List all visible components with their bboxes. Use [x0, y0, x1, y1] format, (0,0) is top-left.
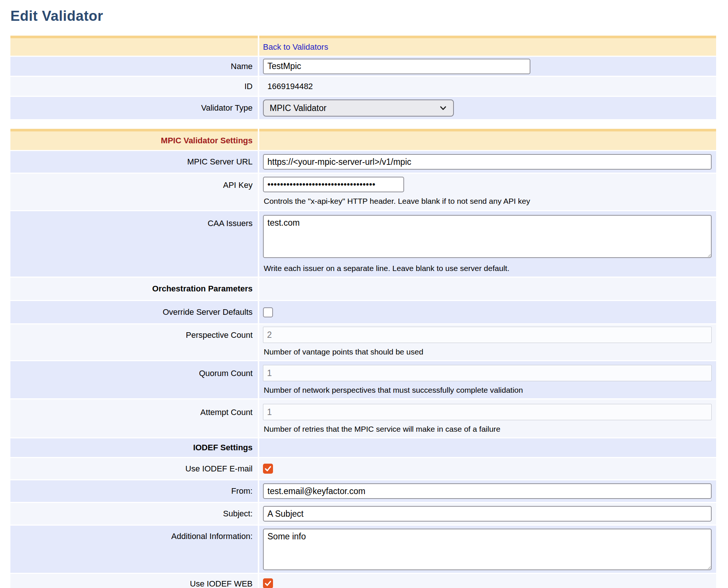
mpic-section-title: MPIC Validator Settings — [161, 136, 253, 145]
page-title: Edit Validator — [10, 8, 728, 24]
id-label: ID — [244, 82, 253, 91]
use-iodef-web-label: Use IODEF WEB — [190, 579, 253, 588]
caa-issuers-textarea[interactable]: test.com — [263, 215, 712, 258]
override-server-defaults-checkbox[interactable] — [263, 307, 273, 317]
perspective-count-help-text: Number of vantage points that should be … — [264, 347, 712, 356]
id-value: 1669194482 — [267, 82, 313, 91]
quorum-count-input — [263, 365, 712, 381]
validator-type-selected-value: MPIC Validator — [270, 103, 326, 113]
from-input[interactable] — [263, 483, 712, 499]
iodef-section-title: IODEF Settings — [193, 443, 253, 452]
attempt-count-label: Attempt Count — [200, 408, 253, 417]
use-iodef-email-checkbox[interactable] — [263, 464, 273, 474]
row-override-server-defaults: Override Server Defaults — [10, 301, 716, 323]
row-use-iodef-web: Use IODEF WEB — [10, 574, 716, 588]
override-server-defaults-label: Override Server Defaults — [163, 307, 253, 317]
row-name: Name — [10, 57, 716, 76]
row-api-key: API Key Controls the "x-api-key" HTTP he… — [10, 174, 716, 210]
mpic-server-url-label: MPIC Server URL — [187, 157, 253, 166]
orchestration-section-title: Orchestration Parameters — [152, 284, 253, 293]
additional-information-textarea[interactable]: Some info — [263, 529, 712, 570]
row-validator-type: Validator Type MPIC Validator — [10, 97, 716, 119]
use-iodef-email-label: Use IODEF E-mail — [185, 464, 253, 473]
use-iodef-web-checkbox[interactable] — [263, 578, 273, 588]
section-header-row: MPIC Validator Settings — [10, 129, 716, 150]
mpic-server-url-input[interactable] — [263, 154, 712, 170]
row-caa-issuers: CAA Issuers test.com Write each issuer o… — [10, 211, 716, 277]
from-label: From: — [231, 486, 253, 496]
row-iodef-header: IODEF Settings — [10, 438, 716, 457]
attempt-count-help-text: Number of retries that the MPIC service … — [264, 425, 712, 434]
attempt-count-input — [263, 404, 712, 420]
table-header-row: Back to Validators — [10, 36, 716, 56]
chevron-down-icon — [438, 103, 448, 113]
caa-issuers-label: CAA Issuers — [208, 219, 253, 228]
header-cell-right: Back to Validators — [259, 36, 716, 56]
additional-information-label: Additional Information: — [171, 532, 253, 541]
row-additional-information: Additional Information: Some info — [10, 526, 716, 573]
header-cell-right — [259, 129, 716, 150]
validator-type-label: Validator Type — [201, 103, 253, 112]
row-from: From: — [10, 480, 716, 502]
identity-table: Back to Validators Name ID 1669194482 Va… — [9, 35, 718, 120]
row-mpic-server-url: MPIC Server URL — [10, 151, 716, 173]
perspective-count-input — [263, 327, 712, 343]
row-quorum-count: Quorum Count Number of network perspecti… — [10, 361, 716, 398]
row-use-iodef-email: Use IODEF E-mail — [10, 458, 716, 479]
row-id: ID 1669194482 — [10, 77, 716, 96]
api-key-input[interactable] — [263, 177, 404, 192]
row-orchestration-header: Orchestration Parameters — [10, 278, 716, 300]
api-key-help-text: Controls the "x-api-key" HTTP header. Le… — [264, 197, 712, 206]
name-input[interactable] — [263, 59, 530, 74]
name-label: Name — [231, 62, 253, 71]
subject-label: Subject: — [223, 509, 253, 518]
subject-input[interactable] — [263, 506, 712, 522]
row-attempt-count: Attempt Count Number of retries that the… — [10, 399, 716, 437]
row-subject: Subject: — [10, 503, 716, 525]
validator-type-select[interactable]: MPIC Validator — [263, 99, 454, 117]
perspective-count-label: Perspective Count — [186, 330, 253, 340]
caa-issuers-help-text: Write each issuer on a separate line. Le… — [264, 264, 712, 273]
header-cell-left — [10, 36, 258, 56]
api-key-label: API Key — [223, 180, 253, 190]
row-perspective-count: Perspective Count Number of vantage poin… — [10, 324, 716, 360]
quorum-count-help-text: Number of network perspectives that must… — [264, 386, 712, 395]
quorum-count-label: Quorum Count — [199, 369, 253, 378]
mpic-settings-table: MPIC Validator Settings MPIC Server URL … — [9, 128, 718, 588]
edit-validator-page: Edit Validator Back to Validators Name I… — [0, 0, 728, 588]
back-to-validators-link[interactable]: Back to Validators — [263, 42, 328, 52]
